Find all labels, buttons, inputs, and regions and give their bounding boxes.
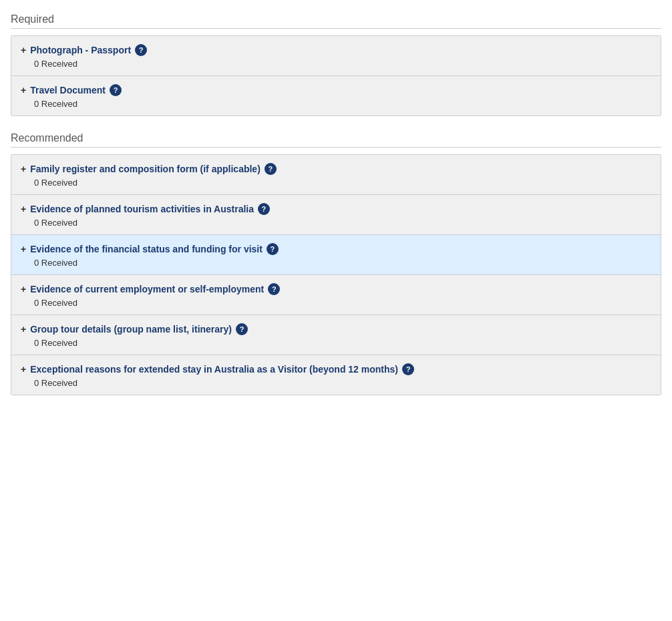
plus-icon[interactable]: + — [21, 324, 26, 335]
document-item-header-evidence-financial: +Evidence of the financial status and fu… — [21, 243, 651, 255]
document-title-exceptional-reasons[interactable]: Exceptional reasons for extended stay in… — [30, 364, 398, 375]
document-list-required: +Photograph - Passport?0 Received+Travel… — [11, 35, 661, 116]
document-item-evidence-tourism: +Evidence of planned tourism activities … — [11, 195, 661, 235]
document-item-header-exceptional-reasons: +Exceptional reasons for extended stay i… — [21, 363, 651, 375]
help-icon[interactable]: ? — [236, 323, 248, 335]
received-count-group-tour: 0 Received — [34, 338, 651, 348]
document-title-travel-document[interactable]: Travel Document — [30, 85, 106, 95]
received-count-exceptional-reasons: 0 Received — [34, 378, 651, 388]
plus-icon[interactable]: + — [21, 85, 26, 95]
help-icon[interactable]: ? — [135, 44, 147, 56]
received-count-evidence-tourism: 0 Received — [34, 218, 651, 228]
plus-icon[interactable]: + — [21, 364, 26, 375]
received-count-family-register: 0 Received — [34, 178, 651, 188]
help-icon[interactable]: ? — [267, 243, 279, 255]
received-count-evidence-financial: 0 Received — [34, 258, 651, 268]
document-item-header-group-tour: +Group tour details (group name list, it… — [21, 323, 651, 335]
document-item-group-tour: +Group tour details (group name list, it… — [11, 315, 661, 355]
document-item-evidence-financial: +Evidence of the financial status and fu… — [11, 235, 661, 275]
received-count-photograph-passport: 0 Received — [34, 59, 651, 69]
help-icon[interactable]: ? — [402, 363, 414, 375]
plus-icon[interactable]: + — [21, 45, 26, 55]
help-icon[interactable]: ? — [110, 84, 122, 96]
document-title-group-tour[interactable]: Group tour details (group name list, iti… — [30, 324, 232, 335]
document-item-family-register: +Family register and composition form (i… — [11, 155, 661, 195]
section-heading-required: Required — [11, 13, 661, 29]
document-title-photograph-passport[interactable]: Photograph - Passport — [30, 45, 131, 55]
document-item-header-family-register: +Family register and composition form (i… — [21, 163, 651, 175]
plus-icon[interactable]: + — [21, 164, 26, 174]
received-count-evidence-employment: 0 Received — [34, 298, 651, 308]
document-item-travel-document: +Travel Document?0 Received — [11, 76, 661, 116]
document-item-photograph-passport: +Photograph - Passport?0 Received — [11, 36, 661, 76]
page-container: Required+Photograph - Passport?0 Receive… — [0, 0, 672, 425]
section-heading-recommended: Recommended — [11, 132, 661, 148]
help-icon[interactable]: ? — [268, 283, 280, 295]
help-icon[interactable]: ? — [258, 203, 270, 215]
document-title-family-register[interactable]: Family register and composition form (if… — [30, 164, 261, 174]
received-count-travel-document: 0 Received — [34, 99, 651, 109]
document-item-header-photograph-passport: +Photograph - Passport? — [21, 44, 651, 56]
document-item-header-travel-document: +Travel Document? — [21, 84, 651, 96]
plus-icon[interactable]: + — [21, 204, 26, 214]
document-item-exceptional-reasons: +Exceptional reasons for extended stay i… — [11, 355, 661, 395]
document-list-recommended: +Family register and composition form (i… — [11, 154, 661, 395]
document-item-header-evidence-employment: +Evidence of current employment or self-… — [21, 283, 651, 295]
document-title-evidence-financial[interactable]: Evidence of the financial status and fun… — [30, 244, 263, 254]
plus-icon[interactable]: + — [21, 244, 26, 254]
document-item-evidence-employment: +Evidence of current employment or self-… — [11, 275, 661, 315]
document-item-header-evidence-tourism: +Evidence of planned tourism activities … — [21, 203, 651, 215]
document-title-evidence-employment[interactable]: Evidence of current employment or self-e… — [30, 284, 264, 294]
plus-icon[interactable]: + — [21, 284, 26, 294]
document-title-evidence-tourism[interactable]: Evidence of planned tourism activities i… — [30, 204, 254, 214]
help-icon[interactable]: ? — [265, 163, 277, 175]
